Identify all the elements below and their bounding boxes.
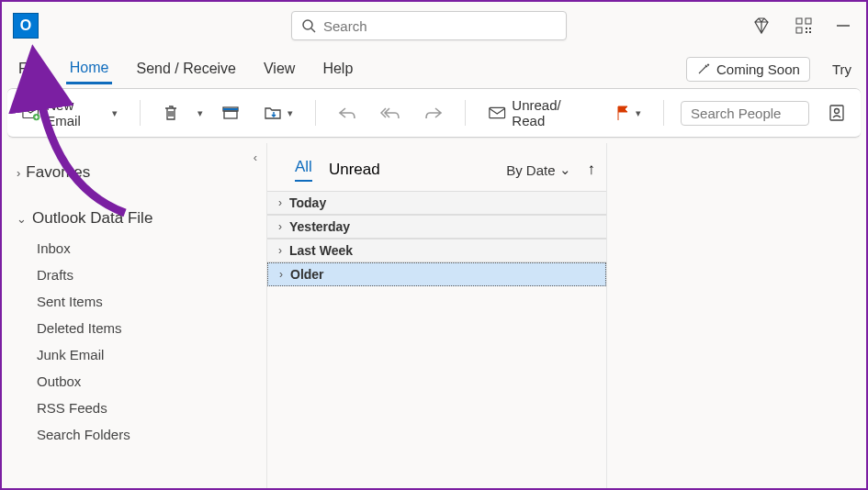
flag-icon xyxy=(615,105,630,121)
group-last-week[interactable]: › Last Week xyxy=(267,239,606,262)
global-search-input[interactable] xyxy=(323,18,557,34)
folder-drafts[interactable]: Drafts xyxy=(33,262,259,288)
new-email-icon xyxy=(22,104,40,122)
new-email-label: New Email xyxy=(46,97,107,128)
chevron-right-icon: › xyxy=(278,196,282,209)
list-header: All Unread By Date ⌄ ↑ xyxy=(267,152,606,191)
svg-rect-15 xyxy=(490,107,505,117)
flag-button[interactable]: ▾ xyxy=(610,101,647,125)
reading-pane xyxy=(606,143,866,490)
qr-code-icon[interactable] xyxy=(795,17,813,35)
favorites-group[interactable]: › Favorites xyxy=(13,156,259,189)
menu-home[interactable]: Home xyxy=(66,54,113,84)
archive-button[interactable] xyxy=(216,101,245,125)
forward-icon xyxy=(424,106,443,120)
group-label: Older xyxy=(290,267,324,282)
folder-list: Inbox Drafts Sent Items Deleted Items Ju… xyxy=(13,235,259,448)
premium-diamond-icon[interactable] xyxy=(752,17,771,35)
coming-soon-label: Coming Soon xyxy=(716,61,800,77)
global-search-box[interactable] xyxy=(291,11,567,40)
reply-all-button[interactable] xyxy=(375,102,406,124)
svg-point-17 xyxy=(835,109,840,114)
folder-deleted-items[interactable]: Deleted Items xyxy=(33,315,259,341)
move-caret-icon: ▾ xyxy=(287,107,293,119)
filter-tab-all[interactable]: All xyxy=(295,158,312,182)
group-label: Last Week xyxy=(289,243,353,258)
flag-caret-icon: ▾ xyxy=(636,107,641,119)
menu-help[interactable]: Help xyxy=(319,55,356,83)
envelope-icon xyxy=(488,105,506,121)
folder-search-folders[interactable]: Search Folders xyxy=(33,421,259,448)
contact-card-icon xyxy=(828,104,846,122)
chevron-down-icon: ⌄ xyxy=(17,212,27,226)
group-today[interactable]: › Today xyxy=(267,191,606,215)
title-bar: O xyxy=(2,2,866,50)
svg-rect-6 xyxy=(809,28,811,29)
forward-button[interactable] xyxy=(419,102,448,124)
move-folder-icon xyxy=(264,105,282,121)
menu-send-receive[interactable]: Send / Receive xyxy=(132,55,240,83)
chevron-right-icon: › xyxy=(17,166,20,180)
sort-direction-button[interactable]: ↑ xyxy=(588,161,596,179)
chevron-down-icon: ⌄ xyxy=(559,161,571,178)
main-area: ‹ › Favorites ⌄ Outlook Data File Inbox … xyxy=(2,143,866,490)
folder-sent-items[interactable]: Sent Items xyxy=(33,288,259,315)
folder-sidebar: ‹ › Favorites ⌄ Outlook Data File Inbox … xyxy=(2,143,266,490)
trash-icon xyxy=(163,104,179,122)
folder-inbox[interactable]: Inbox xyxy=(33,235,259,262)
reply-all-icon xyxy=(380,106,400,120)
menu-file[interactable]: File xyxy=(15,55,46,83)
try-button[interactable]: Try xyxy=(830,58,853,81)
chevron-right-icon: › xyxy=(278,244,282,257)
titlebar-right xyxy=(752,17,857,35)
svg-rect-5 xyxy=(806,28,807,29)
svg-rect-3 xyxy=(806,18,811,24)
search-container xyxy=(291,11,567,40)
minimize-icon[interactable] xyxy=(837,19,850,32)
chevron-right-icon: › xyxy=(278,220,282,233)
sparkle-wand-icon xyxy=(696,61,711,76)
svg-rect-13 xyxy=(224,111,237,118)
group-yesterday[interactable]: › Yesterday xyxy=(267,215,606,239)
outlook-logo-icon: O xyxy=(13,13,39,39)
search-people-input[interactable] xyxy=(681,101,809,126)
new-email-caret-icon: ▾ xyxy=(112,107,118,119)
message-list-pane: All Unread By Date ⌄ ↑ › Today › Yesterd… xyxy=(266,143,606,490)
svg-rect-2 xyxy=(796,18,802,24)
unread-read-button[interactable]: Unread/ Read xyxy=(482,94,597,132)
coming-soon-button[interactable]: Coming Soon xyxy=(686,57,810,82)
sort-by-dropdown[interactable]: By Date ⌄ xyxy=(506,161,570,178)
menu-bar: File Home Send / Receive View Help Comin… xyxy=(2,50,866,88)
svg-rect-7 xyxy=(806,31,807,33)
search-icon xyxy=(301,18,316,33)
collapse-sidebar-icon[interactable]: ‹ xyxy=(254,150,257,164)
group-older[interactable]: › Older xyxy=(267,262,606,286)
sort-by-label: By Date xyxy=(506,162,555,178)
svg-line-1 xyxy=(311,28,315,32)
move-button[interactable]: ▾ xyxy=(258,101,299,125)
menu-view[interactable]: View xyxy=(260,55,299,83)
archive-icon xyxy=(221,105,240,121)
folder-outbox[interactable]: Outbox xyxy=(33,368,259,395)
logo-letter: O xyxy=(20,17,31,34)
datafile-group[interactable]: ⌄ Outlook Data File xyxy=(13,202,259,235)
unread-read-label: Unread/ Read xyxy=(512,97,592,128)
chevron-right-icon: › xyxy=(279,268,283,281)
reply-icon xyxy=(338,106,356,120)
favorites-label: Favorites xyxy=(26,163,90,182)
new-email-button[interactable]: New Email ▾ xyxy=(17,94,123,132)
group-label: Yesterday xyxy=(289,219,350,234)
folder-junk-email[interactable]: Junk Email xyxy=(33,341,259,368)
svg-rect-4 xyxy=(796,28,802,33)
ribbon-toolbar: New Email ▾ ▾ ▾ Unread/ Read ▾ xyxy=(7,88,861,138)
folder-rss-feeds[interactable]: RSS Feeds xyxy=(33,395,259,421)
delete-caret-icon[interactable]: ▾ xyxy=(197,107,203,119)
datafile-label: Outlook Data File xyxy=(32,209,152,228)
filter-tab-unread[interactable]: Unread xyxy=(329,161,380,179)
svg-rect-8 xyxy=(809,31,811,33)
svg-point-0 xyxy=(303,20,312,29)
reply-button[interactable] xyxy=(333,102,362,124)
address-book-button[interactable] xyxy=(822,100,851,126)
delete-button[interactable] xyxy=(157,100,185,126)
group-label: Today xyxy=(289,195,326,210)
